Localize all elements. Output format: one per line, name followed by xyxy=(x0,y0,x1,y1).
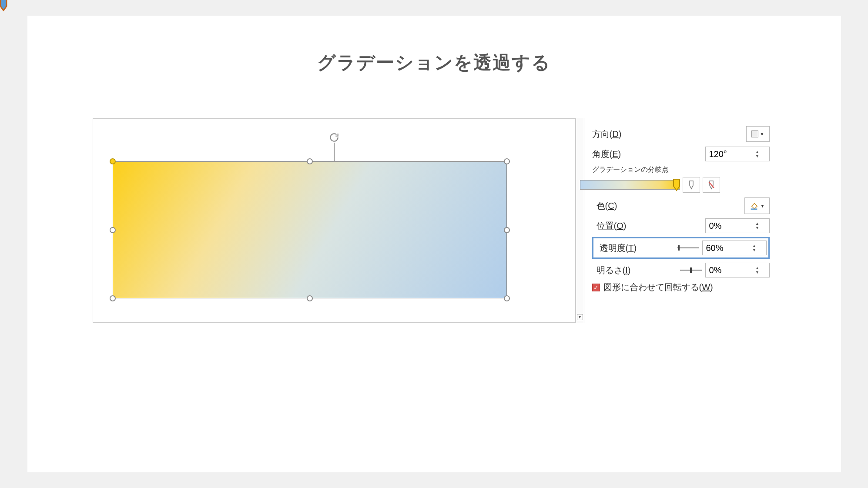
spin-down-icon[interactable]: ▼ xyxy=(754,154,761,158)
spin-down-icon[interactable]: ▼ xyxy=(754,226,761,230)
spin-down-icon[interactable]: ▼ xyxy=(751,248,758,252)
remove-gradient-stop-button[interactable] xyxy=(703,177,720,193)
position-row: 位置(O) ▲▼ xyxy=(592,217,770,234)
color-picker-button[interactable]: ▼ xyxy=(744,197,770,214)
resize-handle[interactable] xyxy=(307,295,313,301)
position-label: 位置(O) xyxy=(597,220,627,232)
brightness-input[interactable] xyxy=(706,264,754,277)
brightness-row: 明るさ(I) ▲▼ xyxy=(592,261,770,279)
gradient-rectangle-shape[interactable] xyxy=(113,161,507,298)
direction-picker-button[interactable]: ▼ xyxy=(746,126,770,142)
direction-row: 方向(D) ▼ xyxy=(592,125,770,143)
format-shape-panel: 方向(D) ▼ 角度(E) ▲▼ グラデーションの分岐点 xyxy=(584,118,776,297)
chevron-down-icon: ▼ xyxy=(761,204,765,208)
position-input[interactable] xyxy=(706,219,754,233)
brightness-spinner[interactable]: ▲▼ xyxy=(705,263,770,277)
page-title: グラデーションを透過する xyxy=(317,50,551,75)
add-stop-icon xyxy=(687,180,696,190)
transparency-input[interactable] xyxy=(703,241,751,255)
resize-handle[interactable] xyxy=(504,295,510,301)
spin-up-icon[interactable]: ▲ xyxy=(754,150,761,154)
direction-label: 方向(D) xyxy=(592,128,622,140)
add-gradient-stop-button[interactable] xyxy=(683,177,700,193)
rotate-handle-line xyxy=(334,143,335,161)
resize-handle[interactable] xyxy=(307,158,313,164)
resize-handle[interactable] xyxy=(504,227,510,233)
transparency-highlight: 透明度(T) ▲▼ xyxy=(592,237,770,259)
position-spinner[interactable]: ▲▼ xyxy=(705,218,770,233)
resize-handle[interactable] xyxy=(110,227,116,233)
transparency-spinner[interactable]: ▲▼ xyxy=(702,241,767,255)
panel-scrollbar[interactable]: ▼ xyxy=(576,118,584,323)
content-card: グラデーションを透過する ▼ xyxy=(27,16,841,472)
transparency-label: 透明度(T) xyxy=(600,242,637,254)
resize-handle[interactable] xyxy=(504,158,510,164)
spin-up-icon[interactable]: ▲ xyxy=(754,266,761,270)
chevron-down-icon: ▼ xyxy=(760,132,764,137)
slide-canvas[interactable] xyxy=(93,118,576,323)
gradient-stop-marker[interactable] xyxy=(672,178,681,191)
svg-rect-1 xyxy=(751,208,757,210)
brightness-slider[interactable] xyxy=(680,270,702,271)
rotate-with-shape-label: 図形に合わせて回転する(W) xyxy=(603,281,713,293)
color-label: 色(C) xyxy=(597,200,617,212)
resize-handle[interactable] xyxy=(110,295,116,301)
spin-up-icon[interactable]: ▲ xyxy=(754,221,761,226)
screenshot-region: ▼ 方向(D) ▼ 角度(E) ▲▼ xyxy=(93,118,776,323)
transparency-slider[interactable] xyxy=(677,247,699,248)
rotate-with-shape-row: ✓ 図形に合わせて回転する(W) xyxy=(592,281,770,293)
angle-spinner[interactable]: ▲▼ xyxy=(705,147,770,161)
gradient-stops-bar[interactable] xyxy=(580,180,680,190)
transparency-row: 透明度(T) ▲▼ xyxy=(595,239,767,257)
gradient-stop-marker[interactable] xyxy=(0,0,8,11)
gradient-stops-label: グラデーションの分岐点 xyxy=(592,165,770,174)
rotate-with-shape-checkbox[interactable]: ✓ xyxy=(592,284,600,291)
remove-stop-icon xyxy=(707,180,716,190)
paint-bucket-icon xyxy=(749,201,759,211)
color-row: 色(C) ▼ xyxy=(592,197,770,214)
direction-preview-icon xyxy=(751,130,758,137)
angle-row: 角度(E) ▲▼ xyxy=(592,145,770,163)
gradient-stops-row xyxy=(592,177,770,193)
angle-label: 角度(E) xyxy=(592,148,621,160)
scroll-down-icon[interactable]: ▼ xyxy=(577,314,583,320)
resize-handle[interactable] xyxy=(110,158,116,164)
brightness-label: 明るさ(I) xyxy=(597,264,631,276)
spin-up-icon[interactable]: ▲ xyxy=(751,244,758,248)
angle-input[interactable] xyxy=(706,147,754,161)
spin-down-icon[interactable]: ▼ xyxy=(754,270,761,274)
